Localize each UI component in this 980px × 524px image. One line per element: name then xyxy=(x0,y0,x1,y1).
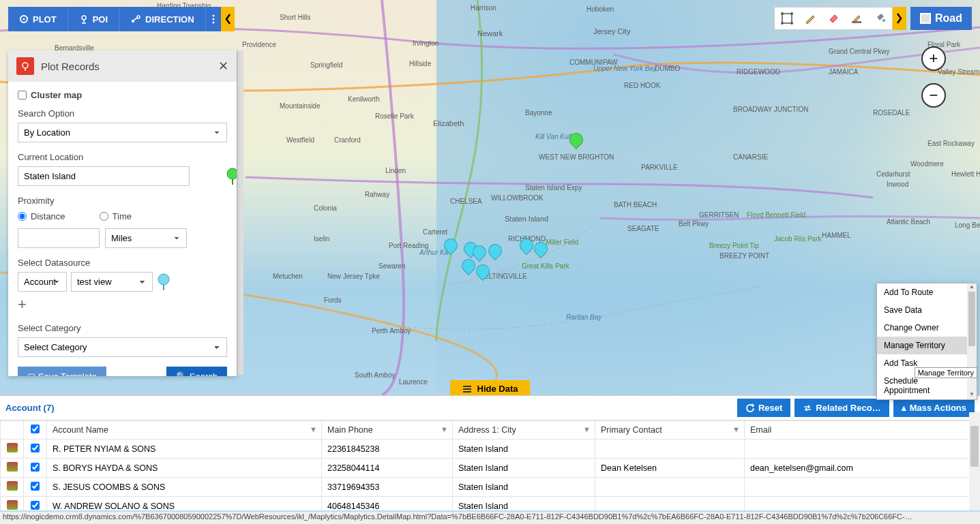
menu-item[interactable]: Add To Route xyxy=(877,283,977,301)
direction-button[interactable]: DIRECTION xyxy=(119,7,206,31)
datasource-view-select[interactable]: test view xyxy=(71,272,153,292)
zoom-in-button[interactable]: + xyxy=(921,46,946,71)
cell-email xyxy=(744,440,979,459)
mass-actions-button[interactable]: ▴ Mass Actions xyxy=(893,399,975,417)
row-checkbox[interactable] xyxy=(24,478,47,497)
pencil-tool[interactable] xyxy=(802,10,818,27)
close-panel-button[interactable]: ✕ xyxy=(218,59,228,74)
plot-button[interactable]: PLOT xyxy=(8,7,68,31)
panel-resize-handle[interactable] xyxy=(237,50,243,375)
target-icon xyxy=(19,14,29,24)
datasource-label: Select Datasource xyxy=(18,258,227,268)
column-header[interactable]: Primary Contact▼ xyxy=(595,421,745,440)
datasource-pin-icon[interactable] xyxy=(157,273,170,291)
cell-email xyxy=(744,478,979,497)
grid-title[interactable]: Account (7) xyxy=(5,403,55,413)
menu-item[interactable]: Change Owner xyxy=(877,319,977,337)
record-icon-header xyxy=(1,421,24,440)
svg-point-5 xyxy=(212,15,214,17)
direction-label: DIRECTION xyxy=(145,14,194,25)
filter-icon[interactable]: ▼ xyxy=(441,425,448,433)
svg-point-11 xyxy=(781,22,784,25)
grid-scrollbar[interactable] xyxy=(969,412,980,510)
current-location-input[interactable] xyxy=(18,166,190,186)
svg-point-9 xyxy=(781,12,784,15)
proximity-unit-select[interactable]: Miles xyxy=(105,228,187,248)
shape-tool[interactable] xyxy=(779,10,795,27)
cell-contact xyxy=(595,440,745,459)
row-checkbox[interactable] xyxy=(24,497,47,511)
cell-name: R. PETER NYIAM & SONS xyxy=(47,440,322,459)
save-template-button[interactable]: ▢ Save Template xyxy=(18,367,106,376)
svg-point-17 xyxy=(158,274,169,285)
distance-radio[interactable]: Distance xyxy=(18,211,65,221)
mass-actions-menu: Add To RouteSave DataChange OwnerManage … xyxy=(876,283,977,400)
chevron-right-icon xyxy=(895,8,904,29)
menu-item[interactable]: Manage Territory xyxy=(877,337,977,354)
cell-phone: 22361845238 xyxy=(321,440,452,459)
zoom-out-button[interactable]: − xyxy=(921,83,946,108)
poi-button[interactable]: POI xyxy=(68,7,119,31)
cell-contact xyxy=(595,478,745,497)
table-row[interactable]: R. PETER NYIAM & SONS22361845238Staten I… xyxy=(1,440,980,459)
svg-rect-8 xyxy=(782,14,792,23)
record-icon[interactable] xyxy=(1,478,24,497)
collapse-right-handle[interactable] xyxy=(893,7,906,30)
cluster-map-checkbox[interactable] xyxy=(18,91,27,99)
add-datasource-button[interactable]: + xyxy=(18,296,27,313)
search-option-select[interactable]: By Location xyxy=(18,123,227,142)
category-select[interactable]: Select Category xyxy=(18,337,227,357)
current-location-label: Current Location xyxy=(18,152,227,162)
collapse-left-handle[interactable] xyxy=(221,7,235,31)
table-row[interactable]: S. BORYS HAYDA & SONS23258044114Staten I… xyxy=(1,459,980,478)
cell-city: Staten Island xyxy=(452,459,595,478)
location-pin-icon[interactable] xyxy=(226,168,237,185)
table-row[interactable]: W. ANDREW SOLANO & SONS40648145346Staten… xyxy=(1,497,980,511)
table-row[interactable]: S. JESUS COOMBS & SONS33719694353Staten … xyxy=(1,478,980,497)
main-toolbar: PLOT POI DIRECTION xyxy=(8,7,235,31)
svg-point-15 xyxy=(23,63,28,68)
menu-item[interactable]: Save Data xyxy=(877,301,977,319)
toolbar-more[interactable] xyxy=(206,7,221,31)
manage-territory-tooltip: Manage Territory xyxy=(915,367,977,378)
proximity-label: Proximity xyxy=(18,196,227,206)
search-option-label: Search Option xyxy=(18,108,227,119)
filter-icon[interactable]: ▼ xyxy=(732,425,740,433)
row-checkbox[interactable] xyxy=(24,459,47,478)
filter-icon[interactable]: ▼ xyxy=(310,425,317,433)
svg-point-14 xyxy=(882,19,885,22)
record-icon[interactable] xyxy=(1,459,24,478)
menu-scrollbar[interactable]: ▲ ▼ xyxy=(967,283,977,399)
bucket-tool[interactable] xyxy=(872,10,888,27)
map-type-selector[interactable]: Road xyxy=(910,7,972,30)
column-header[interactable]: Address 1: City▼ xyxy=(452,421,595,440)
edit-tool[interactable] xyxy=(848,10,865,27)
select-all-header[interactable] xyxy=(24,421,47,440)
status-bar: https://inogicdemo.crm8.dynamics.com/%7B… xyxy=(0,512,980,524)
record-icon[interactable] xyxy=(1,497,24,511)
svg-point-16 xyxy=(227,168,237,179)
related-records-button[interactable]: Related Reco… xyxy=(795,399,889,417)
reset-button[interactable]: Reset xyxy=(737,399,790,417)
cell-city: Staten Island xyxy=(452,478,595,497)
column-header[interactable]: Account Name▼ xyxy=(47,421,322,440)
data-grid[interactable]: Account Name▼Main Phone▼Address 1: City▼… xyxy=(0,420,980,510)
column-header[interactable]: Main Phone▼ xyxy=(321,421,452,440)
right-toolbar: Road xyxy=(774,7,972,30)
chevron-left-icon xyxy=(224,9,232,29)
eraser-tool[interactable] xyxy=(825,10,842,27)
record-icon[interactable] xyxy=(1,440,24,459)
datasource-entity-select[interactable]: Account xyxy=(18,272,67,292)
map-type-icon xyxy=(920,13,931,24)
row-checkbox[interactable] xyxy=(24,440,47,459)
plot-records-panel: Plot Records ✕ Cluster map Search Option… xyxy=(8,50,237,376)
direction-icon xyxy=(130,14,141,24)
filter-icon[interactable]: ▼ xyxy=(583,425,591,433)
zoom-controls: + − xyxy=(921,46,946,108)
svg-point-6 xyxy=(212,18,214,20)
column-header[interactable]: Email▼ xyxy=(744,421,979,440)
time-radio[interactable]: Time xyxy=(100,211,132,221)
proximity-value-input[interactable] xyxy=(18,228,100,248)
plot-icon xyxy=(16,57,34,75)
search-button[interactable]: 🔍 Search xyxy=(166,367,227,376)
